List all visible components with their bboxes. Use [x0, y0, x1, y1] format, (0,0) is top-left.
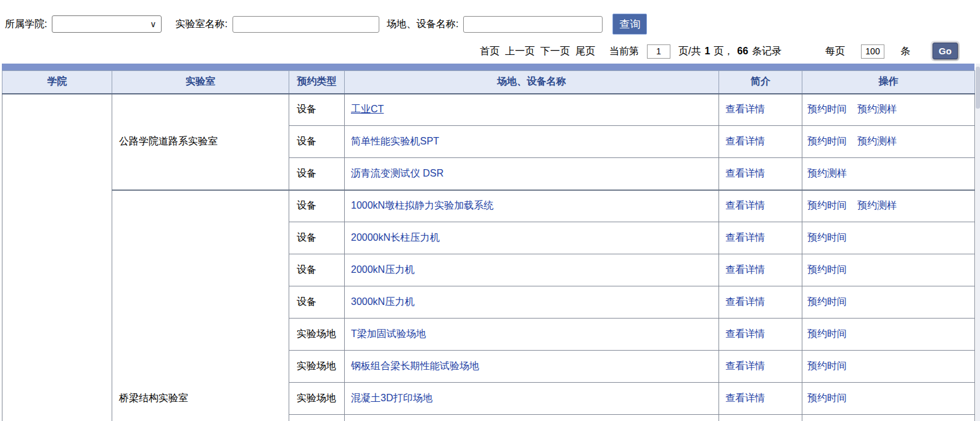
equipment-name-cell: 2000kN压力机: [345, 254, 719, 286]
reservation-type-cell: 设备: [289, 190, 345, 222]
action-link[interactable]: 预约测样: [807, 168, 847, 178]
view-detail-link[interactable]: 查看详情: [725, 168, 765, 178]
action-link[interactable]: 预约测样: [857, 200, 897, 210]
per-page-label: 每页: [825, 45, 845, 58]
lab-cell: 公路学院道路系实验室: [112, 94, 289, 190]
equipment-link[interactable]: 1000kN墩柱拟静力实验加载系统: [351, 200, 493, 210]
detail-cell: 查看详情: [719, 351, 802, 383]
equipment-name-cell: [345, 415, 719, 421]
pagination-prev-link[interactable]: 上一页: [505, 45, 535, 58]
view-detail-link[interactable]: 查看详情: [725, 296, 765, 307]
action-link[interactable]: 预约时间: [807, 328, 847, 339]
actions-cell: 预约时间预约测样: [802, 190, 975, 222]
equipment-link[interactable]: 沥青流变测试仪 DSR: [351, 168, 443, 178]
detail-cell: 查看详情: [719, 286, 802, 319]
action-link[interactable]: 预约测样: [857, 136, 897, 146]
equipment-name-cell: 沥青流变测试仪 DSR: [345, 158, 719, 190]
equipment-link[interactable]: 钢板组合梁长期性能试验场地: [351, 361, 479, 371]
reservation-type-cell: 设备: [289, 222, 345, 254]
college-select[interactable]: [52, 15, 162, 33]
equipment-name-cell: 钢板组合梁长期性能试验场地: [345, 351, 719, 383]
action-link[interactable]: 预约时间: [807, 361, 847, 371]
lab-name-label: 实验室名称:: [175, 18, 227, 31]
detail-cell: 查看详情: [719, 319, 802, 351]
view-detail-link[interactable]: 查看详情: [725, 104, 765, 114]
table-row: 公路学院道路系实验室设备工业CT查看详情预约时间预约测样: [2, 94, 975, 126]
scrollbar-thumb[interactable]: [976, 67, 980, 109]
equipment-link[interactable]: T梁加固试验场地: [351, 328, 426, 339]
view-detail-link[interactable]: 查看详情: [725, 361, 765, 371]
vertical-scrollbar[interactable]: [976, 64, 980, 421]
action-link[interactable]: 预约时间: [807, 136, 847, 146]
go-button[interactable]: Go: [933, 43, 958, 59]
actions-cell: 预约时间: [802, 286, 975, 319]
record-count-value: 66: [737, 46, 748, 57]
record-count-suffix: 条记录: [752, 45, 781, 58]
actions-cell: 预约时间: [802, 222, 975, 254]
reservation-type-cell: 设备: [289, 286, 345, 319]
detail-cell: 查看详情: [719, 383, 802, 415]
equipment-link[interactable]: 混凝土3D打印场地: [351, 393, 432, 403]
detail-cell: 查看详情: [719, 254, 802, 286]
view-detail-link[interactable]: 查看详情: [725, 264, 765, 275]
actions-cell: 预约时间: [802, 351, 975, 383]
actions-cell: 预约时间预约测样: [802, 126, 975, 158]
reservation-type-cell: 设备: [289, 254, 345, 286]
equipment-name-input[interactable]: [463, 16, 603, 33]
actions-cell: 预约测样: [802, 158, 975, 190]
view-detail-link[interactable]: 查看详情: [725, 200, 765, 210]
detail-cell: 查看详情: [719, 222, 802, 254]
table-header-row: 学院实验室预约类型场地、设备名称简介操作: [2, 71, 975, 94]
college-cell: [2, 94, 112, 421]
action-link[interactable]: 预约时间: [807, 200, 847, 210]
equipment-name-cell: 混凝土3D打印场地: [345, 383, 719, 415]
actions-cell: 预约时间: [802, 319, 975, 351]
column-header: 操作: [802, 71, 975, 94]
reservation-type-cell: 设备: [289, 126, 345, 158]
column-header: 学院: [2, 71, 112, 94]
lab-name-input[interactable]: [233, 16, 379, 33]
pagination-nav: 首页 上一页 下一页 尾页: [480, 42, 595, 60]
equipment-link[interactable]: 2000kN压力机: [351, 264, 414, 275]
equipment-name-cell: 3000kN压力机: [345, 286, 719, 319]
equipment-link[interactable]: 工业CT: [351, 104, 384, 114]
per-page-input[interactable]: [861, 44, 884, 59]
equipment-link[interactable]: 3000kN压力机: [351, 296, 414, 307]
action-link[interactable]: 预约时间: [807, 104, 847, 114]
total-pages-prefix: 页/共: [678, 45, 701, 58]
equipment-name-cell: 工业CT: [345, 94, 719, 126]
reservation-type-cell: 实验场地: [289, 351, 345, 383]
college-label: 所属学院:: [5, 18, 47, 31]
pagination-last-link[interactable]: 尾页: [575, 45, 595, 58]
reservation-type-cell: [289, 415, 345, 421]
pagination-first-link[interactable]: 首页: [480, 45, 500, 58]
action-link[interactable]: 预约时间: [807, 232, 847, 243]
view-detail-link[interactable]: 查看详情: [725, 232, 765, 243]
detail-cell: 查看详情: [719, 126, 802, 158]
column-header: 预约类型: [289, 71, 345, 94]
detail-cell: 查看详情: [719, 158, 802, 190]
view-detail-link[interactable]: 查看详情: [725, 136, 765, 146]
action-link[interactable]: 预约时间: [807, 393, 847, 403]
current-page-input[interactable]: [647, 44, 670, 59]
detail-cell: 查看详情: [719, 190, 802, 222]
action-link[interactable]: 预约时间: [807, 264, 847, 275]
equipment-link[interactable]: 简单性能实验机SPT: [351, 136, 439, 146]
actions-cell: 预约时间: [802, 254, 975, 286]
equipment-link[interactable]: 20000kN长柱压力机: [351, 232, 440, 243]
action-link[interactable]: 预约测样: [857, 104, 897, 114]
per-page-unit: 条: [900, 45, 910, 58]
column-header: 场地、设备名称: [345, 71, 719, 94]
college-select-wrap: ∨: [52, 15, 162, 33]
equipment-name-label: 场地、设备名称:: [387, 18, 458, 31]
view-detail-link[interactable]: 查看详情: [725, 393, 765, 403]
pagination-next-link[interactable]: 下一页: [540, 45, 570, 58]
filter-bar: 所属学院: ∨ 实验室名称: 场地、设备名称: 查询: [5, 14, 647, 35]
reservation-type-cell: 设备: [289, 94, 345, 126]
search-button[interactable]: 查询: [612, 14, 647, 35]
actions-cell: 预约时间: [802, 383, 975, 415]
view-detail-link[interactable]: 查看详情: [725, 328, 765, 339]
actions-cell: [802, 415, 975, 421]
action-link[interactable]: 预约时间: [807, 296, 847, 307]
equipment-name-cell: 1000kN墩柱拟静力实验加载系统: [345, 190, 719, 222]
